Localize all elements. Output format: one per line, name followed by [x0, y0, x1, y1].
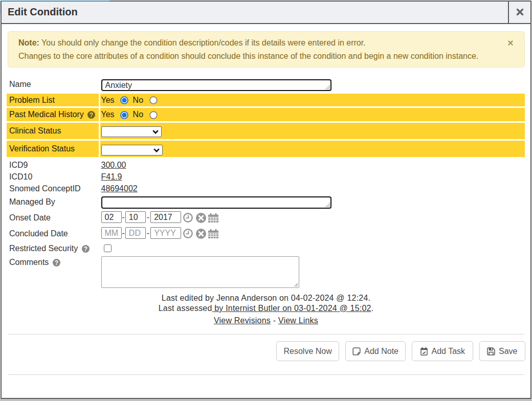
svg-text:?: ? — [90, 112, 93, 119]
svg-text:?: ? — [84, 246, 87, 253]
svg-text:?: ? — [55, 259, 58, 266]
